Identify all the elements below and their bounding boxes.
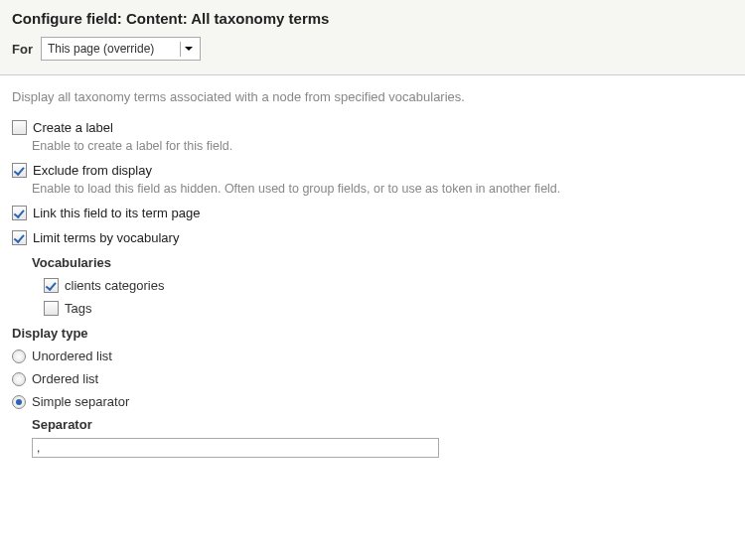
exclude-text: Exclude from display — [33, 163, 152, 178]
display-type-ordered: Ordered list — [12, 371, 733, 386]
unordered-radio[interactable] — [12, 350, 26, 363]
vocab-item-clients-categories: clients categories — [44, 278, 733, 293]
scope-label: For — [12, 42, 33, 57]
scope-row: For This page (override) — [12, 37, 733, 61]
vocab-heading: Vocabularies — [32, 255, 733, 270]
create-label-desc: Enable to create a label for this field. — [32, 139, 733, 153]
scope-select[interactable]: This page (override) — [41, 37, 201, 61]
vocab-item-tags: Tags — [44, 301, 733, 316]
unordered-label: Unordered list — [32, 349, 112, 363]
display-type-unordered: Unordered list — [12, 349, 733, 363]
option-exclude: Exclude from display Enable to load this… — [12, 163, 733, 196]
dialog-title: Configure field: Content: All taxonomy t… — [12, 10, 733, 27]
separator-input[interactable] — [32, 438, 439, 458]
vocab-clients-categories-label: clients categories — [65, 278, 164, 293]
ordered-radio[interactable] — [12, 372, 26, 386]
dialog-header: Configure field: Content: All taxonomy t… — [0, 0, 745, 75]
exclude-desc: Enable to load this field as hidden. Oft… — [32, 182, 733, 196]
vocab-sub-block: Vocabularies clients categories Tags — [32, 255, 733, 316]
display-type-simple: Simple separator — [12, 394, 733, 409]
separator-block: Separator — [32, 417, 733, 458]
create-label-text: Create a label — [33, 120, 113, 135]
exclude-checkbox[interactable] — [12, 163, 27, 178]
display-type-heading: Display type — [12, 326, 733, 341]
link-term-text: Link this field to its term page — [33, 206, 200, 220]
separator-label: Separator — [32, 417, 733, 432]
simple-separator-label: Simple separator — [32, 394, 129, 409]
scope-select-value: This page (override) — [48, 42, 154, 56]
limit-vocab-text: Limit terms by vocabulary — [33, 230, 179, 245]
chevron-down-icon — [180, 42, 196, 57]
intro-text: Display all taxonomy terms associated wi… — [12, 89, 733, 104]
option-limit-vocab: Limit terms by vocabulary Vocabularies c… — [12, 230, 733, 316]
link-term-checkbox[interactable] — [12, 206, 27, 220]
limit-vocab-checkbox[interactable] — [12, 230, 27, 245]
dialog-body: Display all taxonomy terms associated wi… — [0, 75, 745, 478]
option-create-label: Create a label Enable to create a label … — [12, 120, 733, 153]
vocab-tags-label: Tags — [65, 301, 91, 316]
vocab-clients-categories-checkbox[interactable] — [44, 278, 59, 293]
ordered-label: Ordered list — [32, 371, 98, 386]
vocab-tags-checkbox[interactable] — [44, 301, 59, 316]
option-link-term: Link this field to its term page — [12, 206, 733, 220]
create-label-checkbox[interactable] — [12, 120, 27, 135]
simple-separator-radio[interactable] — [12, 395, 26, 409]
